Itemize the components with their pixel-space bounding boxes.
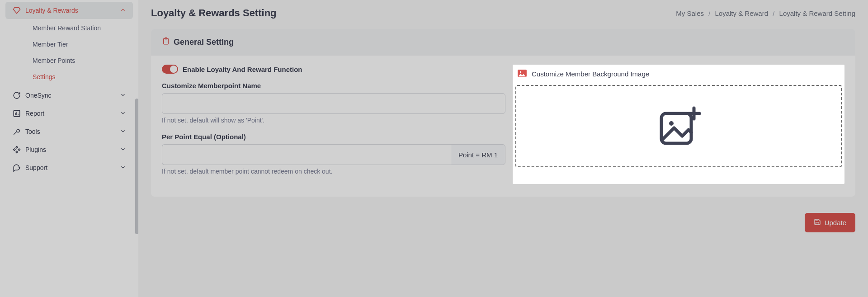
memberpoint-name-group: Customize Memberpoint Name If not set, d… xyxy=(162,82,505,124)
bg-image-header: Customize Member Background Image xyxy=(515,66,842,85)
panel-body: Enable Loyalty And Reward Function Custo… xyxy=(151,56,855,197)
breadcrumb-separator: / xyxy=(708,9,710,17)
memberpoint-name-input[interactable] xyxy=(162,93,505,114)
sidebar-submenu: Member Reward Station Member Tier Member… xyxy=(5,20,133,85)
main-content: Loyalty & Rewards Setting My Sales / Loy… xyxy=(138,0,868,297)
sidebar-item-plugins[interactable]: Plugins xyxy=(5,141,133,158)
chevron-down-icon xyxy=(119,146,127,154)
chat-icon xyxy=(12,164,22,172)
per-point-equal-addon: Point = RM 1 xyxy=(451,144,505,165)
svg-point-9 xyxy=(669,121,674,126)
chevron-down-icon xyxy=(119,92,127,99)
enable-loyalty-toggle-row: Enable Loyalty And Reward Function xyxy=(162,65,505,74)
sidebar-item-report[interactable]: Report xyxy=(5,105,133,122)
footer-actions: Update xyxy=(151,213,855,232)
sidebar: Loyalty & Rewards Member Reward Station … xyxy=(0,0,138,297)
sidebar-scrollbar[interactable] xyxy=(135,99,138,234)
sidebar-item-label: Tools xyxy=(25,128,119,135)
update-button[interactable]: Update xyxy=(805,213,855,232)
sync-icon xyxy=(12,91,22,99)
page-header: Loyalty & Rewards Setting My Sales / Loy… xyxy=(151,3,855,19)
plugin-icon xyxy=(12,146,22,154)
breadcrumb-item[interactable]: Loyalty & Reward xyxy=(715,9,769,17)
per-point-equal-input-group: Point = RM 1 xyxy=(162,144,505,165)
panel-right-column: Customize Member Background Image xyxy=(513,65,844,184)
general-setting-panel: General Setting Enable Loyalty And Rewar… xyxy=(151,29,855,197)
breadcrumb: My Sales / Loyalty & Reward / Loyalty & … xyxy=(676,9,855,17)
per-point-equal-label: Per Point Equal (Optional) xyxy=(162,133,505,141)
sidebar-item-label: Report xyxy=(25,110,119,117)
sidebar-item-label: Plugins xyxy=(25,146,119,153)
sidebar-item-onesync[interactable]: OneSync xyxy=(5,87,133,104)
chevron-up-icon xyxy=(119,7,127,14)
sidebar-sub-member-reward-station[interactable]: Member Reward Station xyxy=(26,20,133,36)
enable-loyalty-toggle-label: Enable Loyalty And Reward Function xyxy=(183,66,302,73)
breadcrumb-item[interactable]: My Sales xyxy=(676,9,704,17)
bg-image-dropzone[interactable] xyxy=(515,85,842,167)
memberpoint-name-help: If not set, default will show as 'Point'… xyxy=(162,117,505,124)
sidebar-sub-member-points[interactable]: Member Points xyxy=(26,52,133,69)
save-icon xyxy=(814,218,821,227)
sidebar-item-loyalty-rewards[interactable]: Loyalty & Rewards xyxy=(5,2,133,19)
chevron-down-icon xyxy=(119,110,127,118)
breadcrumb-item: Loyalty & Reward Setting xyxy=(779,9,855,17)
panel-header: General Setting xyxy=(151,29,855,56)
chart-icon xyxy=(12,109,22,118)
sidebar-item-label: Loyalty & Rewards xyxy=(25,7,119,14)
page-title: Loyalty & Rewards Setting xyxy=(151,7,277,19)
enable-loyalty-toggle[interactable] xyxy=(162,65,178,74)
chevron-down-icon xyxy=(119,164,127,172)
clipboard-icon xyxy=(162,37,170,47)
bg-image-title: Customize Member Background Image xyxy=(532,70,649,78)
per-point-equal-help: If not set, default member point cannot … xyxy=(162,168,505,175)
update-button-label: Update xyxy=(825,219,846,226)
sidebar-item-support[interactable]: Support xyxy=(5,159,133,176)
sidebar-item-tools[interactable]: Tools xyxy=(5,123,133,140)
chevron-down-icon xyxy=(119,128,127,136)
panel-title: General Setting xyxy=(174,38,234,47)
memberpoint-name-label: Customize Memberpoint Name xyxy=(162,82,505,90)
wrench-icon xyxy=(12,127,22,136)
diamond-icon xyxy=(12,6,22,14)
sidebar-item-label: OneSync xyxy=(25,92,119,99)
sidebar-item-label: Support xyxy=(25,164,119,171)
sidebar-sub-settings[interactable]: Settings xyxy=(26,69,133,85)
per-point-equal-group: Per Point Equal (Optional) Point = RM 1 … xyxy=(162,133,505,175)
image-icon xyxy=(517,69,527,79)
per-point-equal-input[interactable] xyxy=(162,144,451,165)
sidebar-sub-member-tier[interactable]: Member Tier xyxy=(26,36,133,52)
breadcrumb-separator: / xyxy=(773,9,774,17)
panel-left-column: Enable Loyalty And Reward Function Custo… xyxy=(162,65,505,184)
svg-point-7 xyxy=(520,71,522,73)
